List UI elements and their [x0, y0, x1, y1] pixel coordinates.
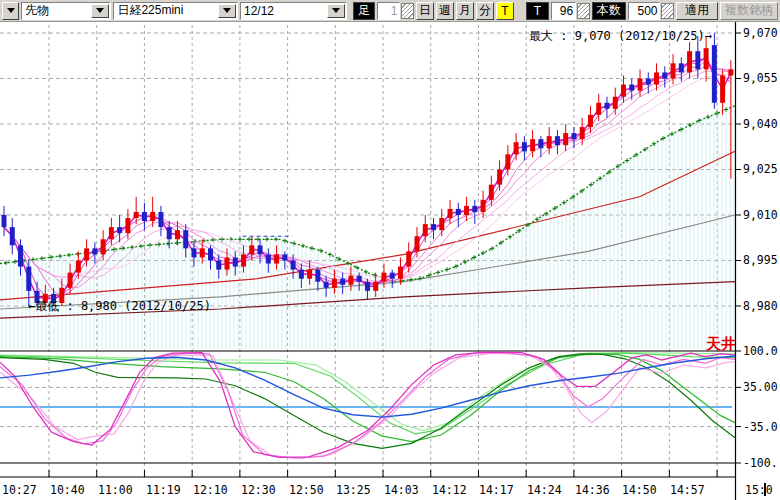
svg-text:8,995: 8,995	[743, 253, 778, 267]
symbol-select[interactable]: 日経225mini	[113, 2, 238, 20]
svg-text:9,070: 9,070	[743, 26, 778, 40]
svg-text:8,980: 8,980	[743, 299, 778, 313]
market-select-button[interactable]	[91, 4, 109, 18]
svg-text:14:24: 14:24	[527, 483, 562, 497]
period-month-button[interactable]: 月	[456, 2, 474, 20]
svg-text:11:19: 11:19	[146, 483, 181, 497]
bar-count-spin-button[interactable]	[661, 3, 674, 19]
svg-text:14:50: 14:50	[622, 483, 657, 497]
svg-text:10:27: 10:27	[2, 483, 37, 497]
svg-text:13:25: 13:25	[336, 483, 371, 497]
svg-text:最大 : 9,070 (2012/10/25)→: 最大 : 9,070 (2012/10/25)→	[529, 29, 712, 43]
chart-application-window: 先物 日経225mini 12/12 足 1 日 週 月 分 T T 96 本数…	[0, 0, 780, 500]
svg-text:14:57: 14:57	[670, 483, 705, 497]
bar-count-label-chip: 本数	[592, 2, 626, 20]
tick-label-chip: T	[526, 2, 549, 20]
svg-text:9,055: 9,055	[743, 71, 778, 85]
period-week-button[interactable]: 週	[436, 2, 454, 20]
chevron-down-icon	[7, 8, 15, 13]
multi-symbol-button[interactable]: 複数銘柄	[720, 2, 778, 20]
svg-text:-35.0: -35.0	[743, 420, 778, 434]
svg-text:天井: 天井	[705, 335, 736, 353]
contract-date-select-value: 12/12	[241, 3, 326, 19]
svg-text:14:17: 14:17	[479, 483, 514, 497]
tick-count-spin-button[interactable]	[577, 3, 590, 19]
svg-text:12:50: 12:50	[289, 483, 324, 497]
svg-text:12:10: 12:10	[193, 483, 228, 497]
svg-text:9,025: 9,025	[743, 162, 778, 176]
svg-text:12:30: 12:30	[241, 483, 276, 497]
contract-date-select[interactable]: 12/12	[240, 2, 347, 20]
symbol-select-button[interactable]	[218, 4, 236, 18]
interval-input[interactable]: 1	[377, 2, 400, 20]
market-select[interactable]: 先物	[21, 2, 111, 20]
chevron-down-icon	[332, 8, 340, 13]
market-select-value: 先物	[22, 3, 90, 19]
symbol-select-value: 日経225mini	[114, 3, 217, 19]
period-day-button[interactable]: 日	[416, 2, 434, 20]
svg-text:14:12: 14:12	[432, 483, 467, 497]
period-tick-button[interactable]: T	[496, 2, 514, 20]
svg-text:11:00: 11:00	[98, 483, 133, 497]
period-minute-button[interactable]: 分	[476, 2, 494, 20]
window-dropdown-button[interactable]	[2, 2, 19, 20]
svg-text:-100.: -100.	[743, 456, 778, 470]
bar-count-input[interactable]: 500	[628, 2, 661, 20]
svg-text:14:03: 14:03	[384, 483, 419, 497]
apply-button[interactable]: 適用	[676, 2, 718, 20]
svg-text:100.0: 100.0	[743, 344, 778, 358]
svg-text:9,010: 9,010	[743, 208, 778, 222]
chevron-down-icon	[223, 8, 231, 13]
chart-canvas[interactable]: 9,0709,0559,0409,0259,0108,9958,980最大 : …	[0, 22, 780, 500]
chevron-down-icon	[96, 8, 104, 13]
interval-spin-button[interactable]	[401, 3, 414, 19]
bar-type-label-chip: 足	[353, 2, 375, 20]
svg-text:14:36: 14:36	[575, 483, 610, 497]
svg-text:15:0: 15:0	[745, 483, 773, 497]
svg-text:←最低 : 8,980 (2012/10/25): ←最低 : 8,980 (2012/10/25)	[28, 299, 211, 313]
tick-count-input[interactable]: 96	[551, 2, 576, 20]
svg-text:9,040: 9,040	[743, 117, 778, 131]
svg-text:10:40: 10:40	[50, 483, 85, 497]
chart-area: 9,0709,0559,0409,0259,0108,9958,980最大 : …	[0, 22, 780, 500]
toolbar: 先物 日経225mini 12/12 足 1 日 週 月 分 T T 96 本数…	[0, 0, 780, 22]
contract-date-select-button[interactable]	[327, 4, 345, 18]
svg-text:35.00: 35.00	[743, 380, 778, 394]
